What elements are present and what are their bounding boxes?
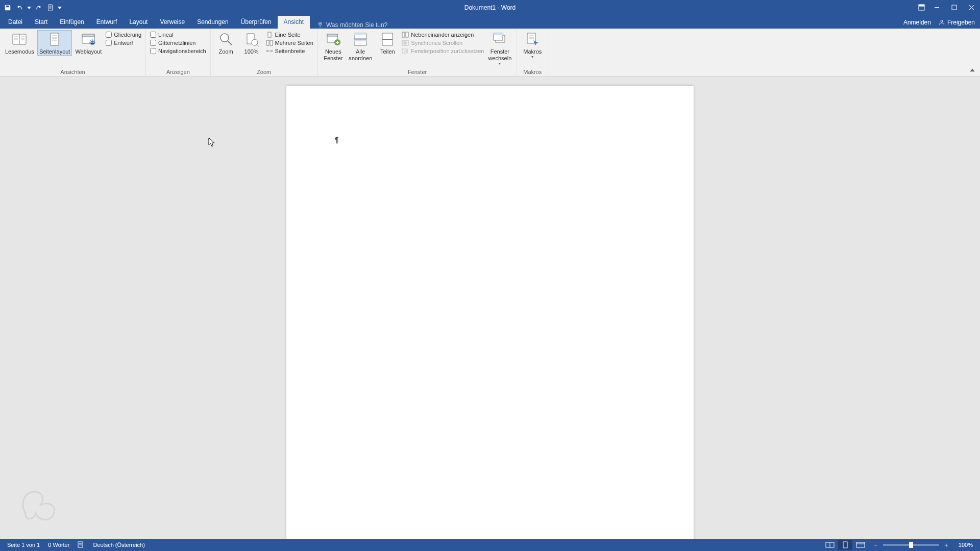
undo-button[interactable] <box>14 2 26 13</box>
document-canvas[interactable]: ¶ <box>0 77 980 539</box>
svg-rect-39 <box>856 542 865 547</box>
sync-scroll-icon <box>402 40 409 46</box>
svg-rect-18 <box>270 40 273 45</box>
print-layout-button[interactable]: Seitenlayout <box>37 30 72 56</box>
gridlines-checkbox-item[interactable]: Gitternetzlinien <box>149 39 207 46</box>
svg-point-13 <box>220 34 229 42</box>
split-button[interactable]: Teilen <box>375 30 400 55</box>
svg-rect-27 <box>402 32 405 37</box>
ruler-checkbox-item[interactable]: Lineal <box>149 31 207 38</box>
title-bar: Dokument1 - Word <box>0 0 980 15</box>
group-anzeigen: Lineal Gitternetzlinien Navigationsberei… <box>146 29 211 76</box>
minimize-button[interactable] <box>928 0 945 15</box>
tell-me-search[interactable]: Was möchten Sie tun? <box>317 21 387 29</box>
svg-point-7 <box>941 20 943 22</box>
qat-customize-dropdown[interactable] <box>57 2 62 13</box>
macros-icon <box>524 31 541 47</box>
signin-link[interactable]: Anmelden <box>903 19 931 26</box>
reset-pos-icon <box>402 48 409 54</box>
group-makros: Makros ▾ Makros <box>517 29 548 76</box>
svg-rect-34 <box>494 33 503 35</box>
redo-button[interactable] <box>33 2 44 13</box>
tab-ansicht[interactable]: Ansicht <box>278 16 310 29</box>
multi-page-icon <box>266 40 273 46</box>
ribbon-display-options-button[interactable] <box>915 0 928 15</box>
reset-window-position-button[interactable]: Fensterposition zurücksetzen <box>401 47 485 55</box>
split-icon <box>379 31 396 47</box>
gridlines-checkbox[interactable] <box>150 40 156 46</box>
zoom-slider-thumb[interactable] <box>909 542 913 548</box>
group-label-ansichten: Ansichten <box>3 68 142 75</box>
web-layout-icon <box>80 31 96 47</box>
zoom-button[interactable]: Zoom <box>214 30 238 55</box>
svg-rect-16 <box>268 32 271 37</box>
navpane-checkbox[interactable] <box>150 48 156 54</box>
tab-verweise[interactable]: Verweise <box>154 16 191 29</box>
maximize-button[interactable] <box>945 0 963 15</box>
read-mode-view-button[interactable] <box>823 540 837 550</box>
zoom-percent[interactable]: 100% <box>953 542 977 548</box>
title-right-actions: Anmelden Freigeben <box>903 16 975 29</box>
touch-mode-button[interactable] <box>45 2 56 13</box>
zoom-100-button[interactable]: 100% <box>239 30 264 55</box>
svg-rect-4 <box>952 5 957 10</box>
group-ansichten: Lesemodus Seitenlayout Weblayout Glieder… <box>0 29 146 76</box>
svg-rect-3 <box>918 5 924 7</box>
word-count[interactable]: 0 Wörter <box>44 542 74 548</box>
read-mode-icon <box>11 31 28 47</box>
document-page[interactable]: ¶ <box>286 86 694 539</box>
svg-rect-24 <box>354 33 366 35</box>
tab-datei[interactable]: Datei <box>2 16 29 29</box>
quick-access-toolbar <box>0 2 62 13</box>
share-button[interactable]: Freigeben <box>938 19 975 26</box>
tab-einfuegen[interactable]: Einfügen <box>54 16 90 29</box>
web-layout-button[interactable]: Weblayout <box>73 30 104 55</box>
read-mode-button[interactable]: Lesemodus <box>3 30 36 55</box>
svg-rect-38 <box>843 542 847 548</box>
arrange-all-icon <box>352 31 369 47</box>
collapse-ribbon-button[interactable] <box>969 67 976 74</box>
draft-checkbox[interactable] <box>106 40 112 46</box>
close-button[interactable] <box>963 0 980 15</box>
group-label-zoom: Zoom <box>214 68 314 75</box>
outline-checkbox[interactable] <box>106 32 112 38</box>
navpane-checkbox-item[interactable]: Navigationsbereich <box>149 47 207 55</box>
share-label: Freigeben <box>947 19 975 26</box>
macros-button[interactable]: Makros ▾ <box>520 30 545 59</box>
side-by-side-icon <box>402 32 409 38</box>
zoom-slider[interactable] <box>883 544 939 546</box>
save-button[interactable] <box>2 2 13 13</box>
synchronous-scroll-button[interactable]: Synchrones Scrollen <box>401 39 485 46</box>
spellcheck-button[interactable] <box>74 541 89 549</box>
tab-layout[interactable]: Layout <box>123 16 154 29</box>
undo-dropdown[interactable] <box>27 2 32 13</box>
tab-entwurf[interactable]: Entwurf <box>90 16 124 29</box>
window-title: Dokument1 - Word <box>464 4 516 11</box>
svg-rect-25 <box>354 40 366 41</box>
svg-rect-9 <box>51 33 59 45</box>
ribbon-tab-bar: Datei Start Einfügen Entwurf Layout Verw… <box>0 15 980 29</box>
tab-sendungen[interactable]: Sendungen <box>191 16 234 29</box>
page-indicator[interactable]: Seite 1 von 1 <box>3 542 44 548</box>
ruler-checkbox[interactable] <box>150 32 156 38</box>
zoom-out-button[interactable]: − <box>872 541 880 549</box>
zoom-icon <box>218 31 234 47</box>
switch-window-button[interactable]: Fenster wechseln ▾ <box>486 30 513 66</box>
chevron-down-icon: ▾ <box>531 55 533 59</box>
language-indicator[interactable]: Deutsch (Österreich) <box>89 542 149 548</box>
outline-button[interactable]: Gliederung <box>105 31 142 38</box>
group-label-makros: Makros <box>520 68 545 75</box>
zoom-in-button[interactable]: + <box>942 541 950 549</box>
page-width-button[interactable]: Seitenbreite <box>265 47 314 55</box>
multi-page-button[interactable]: Mehrere Seiten <box>265 39 314 46</box>
one-page-button[interactable]: Eine Seite <box>265 31 314 38</box>
arrange-all-button[interactable]: Alle anordnen <box>347 30 375 62</box>
print-layout-view-button[interactable] <box>838 540 852 550</box>
new-window-button[interactable]: Neues Fenster <box>321 30 346 62</box>
tab-start[interactable]: Start <box>29 16 54 29</box>
side-by-side-button[interactable]: Nebeneinander anzeigen <box>401 31 485 38</box>
draft-button[interactable]: Entwurf <box>105 39 142 46</box>
web-layout-view-button[interactable] <box>853 540 868 550</box>
tab-ueberpruefen[interactable]: Überprüfen <box>235 16 278 29</box>
group-zoom: Zoom 100% Eine Seite Mehrere Seiten <box>211 29 318 76</box>
